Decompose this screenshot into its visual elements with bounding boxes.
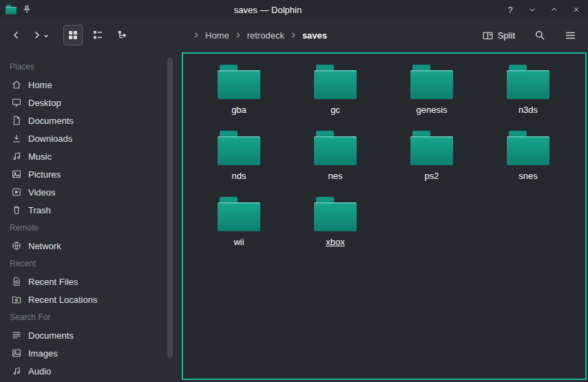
folder-icon [410,131,453,165]
folder-label: gba [231,105,246,115]
folder-view: gba gc genesis n3ds nds nes [182,52,587,380]
icons-view-button[interactable] [63,25,83,45]
sidebar-item-label: Documents [28,116,74,126]
sidebar-item-network[interactable]: Network [7,237,165,255]
sidebar-item-music[interactable]: Music [7,147,165,165]
document-icon [11,115,22,126]
search-documents-icon [11,330,22,341]
split-button[interactable]: Split [478,27,519,44]
sidebar-item-pictures[interactable]: Pictures [7,165,165,183]
chevron-down-icon [528,6,536,14]
help-button[interactable]: ? [504,3,516,16]
sidebar-item-label: Pictures [28,169,61,180]
folder-item[interactable]: n3ds [480,63,576,129]
sidebar-item-documents[interactable]: Documents [7,112,165,129]
folder-label: gc [330,105,340,115]
folder-item[interactable]: gba [191,63,287,129]
folder-label: xbox [326,237,344,247]
folder-icon [218,131,260,165]
breadcrumb: Home retrodeck saves [193,29,476,42]
chevron-right-icon [193,32,200,39]
folder-icon [507,131,549,165]
sidebar-item-videos[interactable]: Videos [7,183,165,201]
sidebar-item-label: Videos [28,187,56,198]
toolbar: Home retrodeck saves Split [0,19,588,51]
videos-icon [11,187,22,198]
folder-item[interactable]: snes [480,129,576,195]
folder-icon [314,131,357,165]
breadcrumb-retrodeck[interactable]: retrodeck [246,29,286,42]
folder-grid: gba gc genesis n3ds nds nes [183,54,585,262]
pin-icon[interactable] [22,5,32,14]
titlebar: saves — Dolphin ? [0,0,588,19]
hamburger-menu-button[interactable] [560,25,580,45]
recent-locations-icon [11,294,22,305]
close-button[interactable] [570,3,582,16]
minimize-button[interactable] [526,3,538,16]
sidebar-item-recent-locations[interactable]: Recent Locations [7,290,165,308]
sidebar-item-search-audio[interactable]: Audio [7,362,165,380]
folder-item[interactable]: nds [191,129,287,195]
folder-label: n3ds [518,105,538,115]
section-title-places: Places [7,58,165,76]
icons-view-icon [67,29,79,41]
scrollbar-thumb[interactable] [167,58,173,358]
split-label: Split [498,30,515,41]
compact-view-button[interactable] [88,25,107,45]
sidebar-item-search-images[interactable]: Images [7,344,165,362]
breadcrumb-home[interactable]: Home [204,29,231,42]
sidebar-item-downloads[interactable]: Downloads [7,129,165,147]
sidebar-item-label: Images [28,348,58,359]
folder-label: nds [232,171,246,181]
sidebar-item-label: Trash [28,205,51,215]
help-label: ? [507,5,512,15]
forward-button[interactable] [28,25,52,45]
app-icon [6,5,17,14]
back-button[interactable] [7,25,26,45]
content-area: Places Home Desktop Documents Downloads … [0,51,588,382]
folder-icon [314,65,357,99]
split-view-icon [482,30,494,41]
folder-item[interactable]: ps2 [384,129,480,195]
download-icon [11,133,22,144]
sidebar-item-label: Recent Locations [28,295,97,305]
folder-icon [218,197,260,231]
sidebar-item-recent-files[interactable]: Recent Files [7,273,165,290]
sidebar-item-trash[interactable]: Trash [7,201,165,219]
sidebar-item-label: Downloads [28,134,72,144]
tree-view-button[interactable] [113,25,132,45]
forward-icon [30,29,43,41]
folder-item[interactable]: gc [287,63,384,129]
sidebar-item-label: Recent Files [28,277,78,287]
breadcrumb-saves[interactable]: saves [301,29,328,42]
close-icon [572,6,580,14]
folder-label: wii [233,237,244,247]
sidebar-item-search-documents[interactable]: Documents [7,326,165,344]
folder-label: genesis [417,105,448,115]
folder-icon [410,65,453,99]
window-title: saves — Dolphin [37,5,498,15]
sidebar-item-home[interactable]: Home [7,76,165,94]
chevron-right-icon [290,32,297,39]
search-audio-icon [11,365,22,376]
sidebar-item-label: Desktop [28,98,61,108]
chevron-down-icon [43,32,50,39]
hamburger-icon [564,29,577,42]
folder-icon [314,197,357,231]
folder-icon [218,65,260,99]
chevron-up-icon [550,6,558,14]
folder-item[interactable]: wii [191,195,287,262]
folder-item[interactable]: nes [287,129,384,195]
home-icon [11,79,22,90]
sidebar-scrollbar[interactable] [165,51,175,382]
maximize-button[interactable] [548,3,560,16]
sidebar-item-label: Audio [28,366,51,376]
folder-item[interactable]: genesis [384,63,480,129]
search-button[interactable] [530,25,549,45]
desktop-icon [11,97,22,108]
chevron-right-icon [235,32,242,39]
sidebar-item-desktop[interactable]: Desktop [7,94,165,112]
pictures-icon [11,169,22,180]
section-title-recent: Recent [7,255,165,273]
folder-item-selected[interactable]: xbox [287,195,384,262]
